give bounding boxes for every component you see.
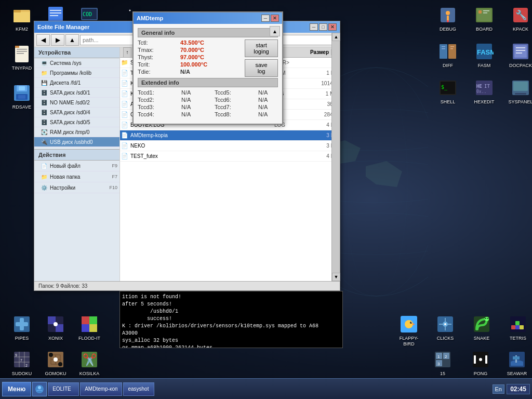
svg-point-111 [487,318,488,319]
start-menu-button[interactable]: Меню [2,382,31,396]
desktop-icon-fasm[interactable]: FASM FASM [468,39,501,71]
hexedit-icon: HEIT0x.. [474,77,495,98]
desktop-icon-snake[interactable]: SNAKE [465,312,498,343]
close-button[interactable]: ✕ [328,23,337,31]
tccd4-label: Tccd4: [138,111,179,117]
minimize-button[interactable]: ─ [310,23,318,31]
sata-icon-2: 🗄️ [41,99,48,106]
sidebar-item-ramdisk[interactable]: 💽 RAM диск /tmp/0 [34,127,119,137]
desktop-icon-tetris[interactable]: TETRIS [501,312,532,343]
svg-text:1: 1 [437,354,440,359]
desktop-icon-flood-it[interactable]: FLOOD-IT [73,312,106,343]
desktop-icon-15[interactable]: 1 2 3 15 [426,347,459,379]
table-row[interactable]: 📄 AMDtemp-kopia 3 KB [120,130,340,141]
settings-icon: ⚙️ [41,184,48,191]
desktop-icon-pong[interactable]: PONG [464,347,497,379]
desktop-icon-gomoku[interactable]: GOMOKU [39,347,72,379]
fasm-icon: FASM [474,41,495,62]
general-right-panel: start loging save log [245,39,278,78]
maximize-button[interactable]: □ [319,23,327,31]
desktop-icon-flappy-bird[interactable]: FLAPPY-BIRD [392,312,425,349]
kolibri-button[interactable] [32,382,47,396]
file-name: TEST_futex [129,153,272,159]
toolbar-back-button[interactable]: ◀ [36,34,50,46]
sata-icon-1: 🗄️ [41,89,48,96]
new-file-icon: 📄 [41,162,48,169]
amdtemp-minimize[interactable]: ─ [261,15,270,22]
svg-point-153 [38,386,41,389]
amdtemp-title: AMDtemp [137,15,163,21]
tccd7-label: Tccd7: [215,104,256,110]
desktop-icon-docpack[interactable]: DOCPACK [504,39,532,71]
desktop: KFM2 EOLI COD CODI TINYPAD ✓ CEDI FB2RE [0,0,532,399]
svg-text:COD: COD [83,11,92,17]
terminal-line: /usbhd0/1 [122,308,340,315]
xonix-icon [45,314,66,335]
desktop-icon-clicks[interactable]: CLICKS [429,312,462,343]
sidebar-item-sd05[interactable]: 🗄️ SATA диск /sd0/5 [34,117,119,127]
sidebar-action-newfolder[interactable]: 📁 Новая папка F7 [34,171,119,182]
amdtemp-titlebar[interactable]: AMDtemp ─ ✕ [134,12,282,24]
sidebar-item-kolib[interactable]: 📁 Программы /kolib [34,68,119,78]
desktop-icon-hexedit[interactable]: HEIT0x.. HEXEDIT [468,75,501,107]
svg-text:HE: HE [476,84,482,89]
new-folder-icon: 📁 [41,173,48,180]
file-name: AMDtemp-kopia [129,132,272,138]
svg-rect-78 [516,50,525,51]
filemanager-title: Eolite File Manager [37,24,89,30]
desktop-icon-seawar[interactable]: SEAWAR [500,347,532,379]
toolbar-up-button[interactable]: ▲ [65,34,79,46]
debug-label: DEBUG [440,26,456,32]
shell-label: SHELL [441,99,456,105]
amdtemp-close[interactable]: ✕ [271,15,279,22]
taskbar-app-amdtemp[interactable]: AMDtemp-коп [80,382,122,396]
statusbar-text: Папок: 9 Файлов: 33 [38,283,87,289]
window-control-buttons: ─ □ ✕ [310,23,337,31]
file-icon: 📄 [120,111,129,118]
sidebar-item-sys[interactable]: 💻 Система /sys [34,58,119,68]
file-scrollbar[interactable]: ▲ ▼ [331,47,340,281]
sidebar-item-sd02[interactable]: 🗄️ NO NAME /sd0/2 [34,98,119,108]
desktop-icon-shell[interactable]: $_ SHELL [431,75,464,107]
sidebar-item-fd1[interactable]: 💾 Дискета /fd/1 [34,78,119,88]
taskbar-app-easyshot[interactable]: easyshot [123,382,154,396]
sidebar-action-newfile[interactable]: 📄 Новый файл F9 [34,161,119,171]
board-icon [474,5,495,25]
tccd5-label: Tccd5: [215,89,256,96]
table-row[interactable]: 📄 NEKO 3 KB [120,141,340,151]
sort-name-button[interactable]: ↑ [123,47,131,58]
start-logging-button[interactable]: start loging [245,39,278,57]
sys-drive-icon: 💻 [41,59,48,66]
desktop-icon-xonix[interactable]: XONIX [39,312,72,343]
sidebar-action-settings[interactable]: ⚙️ Настройки F10 [34,182,119,193]
desktop-icon-debug[interactable]: DEBUG [431,3,464,34]
svg-rect-89 [515,93,526,95]
sidebar-item-sd04[interactable]: 🗄️ SATA диск /sd0/4 [34,108,119,117]
xonix-label: XONIX [48,336,63,341]
amdtemp-scroll-up[interactable]: ▲ [270,26,280,36]
desktop-icon-kpack[interactable]: 🔧 KPACK [504,3,532,34]
file-icon: 📄 [120,122,129,128]
kolib-drive-icon: 📁 [41,69,48,76]
scroll-down-button[interactable]: ▼ [332,273,340,281]
toolbar-forward-button[interactable]: ▶ [51,34,64,46]
desktop-icon-pipes[interactable]: PIPES [5,312,38,343]
desktop-icon-syspanel[interactable]: SYSPANEL [504,75,532,107]
shell-icon: $_ [437,77,458,98]
language-indicator[interactable]: En [493,384,504,394]
desktop-icon-diff[interactable]: DIFF [431,39,464,71]
board-label: BOARD [476,26,493,32]
kosilka-label: KOSILKA [79,371,100,377]
svg-point-134 [58,362,62,366]
desktop-icon-board[interactable]: BOARD [468,3,501,34]
save-log-button[interactable]: save log [245,59,278,77]
taskbar-app-eolite[interactable]: EOLITE [48,382,79,396]
kpack-label: KPACK [513,26,528,32]
table-row[interactable]: 📄 TEST_futex 4 KB [120,151,340,162]
svg-rect-51 [19,86,25,90]
sidebar-item-usb[interactable]: 🔌 USB диск /usbhd0 [34,137,119,147]
desktop-icon-kosilka[interactable]: ✂️ KOSILKA [73,347,106,379]
sidebar-item-sd01[interactable]: 🗄️ SATA диск /sd0/1 [34,88,119,98]
diff-icon [437,41,458,62]
desktop-icon-sudoku[interactable]: 9 7 2 SUDOKU [5,347,38,379]
